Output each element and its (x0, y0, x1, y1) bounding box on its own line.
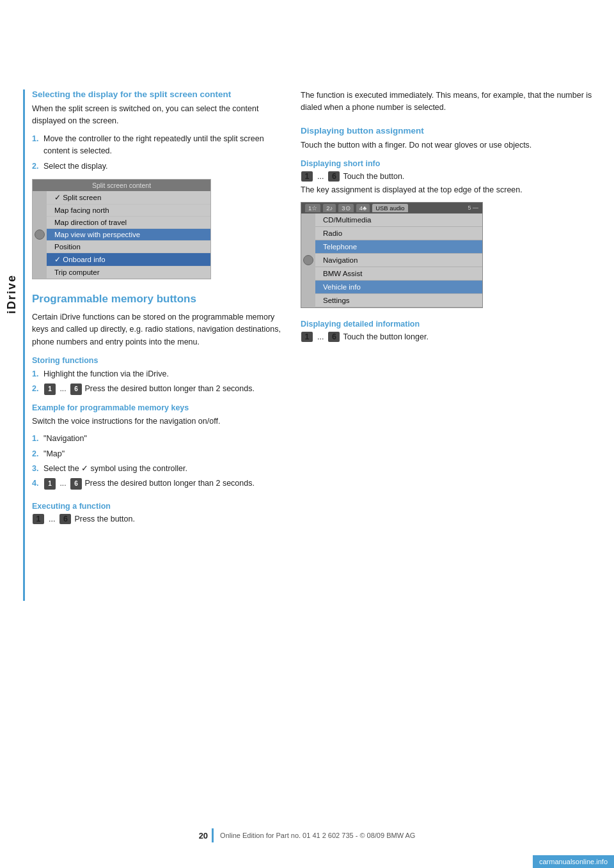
usb-titlebar: 1☆ 2♪ 3⊙ 4♣ USB audio 5 — (301, 203, 482, 213)
btn-badge-exec-6: 6 (59, 514, 71, 524)
btn-badge-detail-6: 6 (328, 332, 340, 342)
site-badge: carmanualsonline.info (533, 855, 614, 868)
right-column: The function is executed immediately. Th… (301, 89, 595, 527)
dots-ex-1: ... (59, 477, 66, 490)
screenshot-row-onboard: ✓ Onboard info (47, 253, 210, 267)
programmable-heading: Programmable memory buttons (32, 292, 281, 306)
short-info-row: 1 ... 6 Touch the button. (301, 171, 595, 182)
section-selecting-intro: When the split screen is switched on, yo… (32, 103, 281, 128)
section-button-assignment: Displaying button assignment Touch the b… (301, 126, 595, 342)
example-step-1: 1. "Navigation" (32, 433, 281, 445)
usb-row-cdmultimedia: CD/Multimedia (315, 213, 482, 227)
dots-exec: ... (49, 515, 55, 523)
screenshot-row-mapnorth: Map facing north (47, 205, 210, 217)
usb-ctrl-col (301, 213, 315, 307)
page-number-area: 20 Online Edition for Part no. 01 41 2 6… (0, 828, 614, 842)
usb-tab-3: 3⊙ (338, 204, 353, 212)
button-assignment-heading: Displaying button assignment (301, 126, 595, 136)
executing-heading: Executing a function (32, 502, 281, 511)
screenshot-panel: Split screen Map facing north Map direct… (33, 191, 210, 279)
short-info-section: Displaying short info 1 ... 6 Touch the … (301, 159, 595, 196)
usb-menu-panel: CD/Multimedia Radio Telephone Navigation… (301, 213, 482, 307)
right-intro-text: The function is executed immediately. Th… (301, 89, 595, 114)
sidebar: iDrive (0, 102, 23, 486)
usb-row-navigation: Navigation (315, 254, 482, 267)
example-step-3: 3. Select the ✓ symbol using the control… (32, 463, 281, 475)
usb-tab-2: 2♪ (323, 204, 336, 212)
detailed-info-row: 1 ... 6 Touch the button longer. (301, 332, 595, 342)
blue-accent-line (23, 89, 25, 601)
storing-steps: 1. Highlight the function via the iDrive… (32, 368, 281, 396)
example-step-2: 2. "Map" (32, 448, 281, 460)
example-intro: Switch the voice instructions for the na… (32, 415, 281, 428)
storing-heading: Storing functions (32, 356, 281, 365)
section-selecting-heading: Selecting the display for the split scre… (32, 89, 281, 99)
screenshot-row-mapdirection: Map direction of travel (47, 217, 210, 229)
usb-row-telephone: Telephone (315, 240, 482, 254)
content-area: Selecting the display for the split scre… (32, 89, 595, 527)
left-column: Selecting the display for the split scre… (32, 89, 281, 527)
btn-badge-6: 6 (70, 384, 82, 395)
short-info-heading: Displaying short info (301, 159, 595, 168)
page-blue-bar (212, 828, 214, 842)
screenshot-menu: Split screen Map facing north Map direct… (47, 191, 210, 279)
two-column-layout: Selecting the display for the split scre… (32, 89, 595, 527)
storing-functions: Storing functions 1. Highlight the funct… (32, 356, 281, 396)
screenshot-row-mapview: Map view with perspective (47, 229, 210, 241)
example-step-4: 4. 1 ... 6 Press the desired button long… (32, 477, 281, 490)
dots-detail: ... (317, 332, 324, 341)
btn-badge-detail-1: 1 (301, 332, 313, 342)
btn-badge-ex-1: 1 (44, 478, 56, 490)
detailed-info-section: Displaying detailed information 1 ... 6 … (301, 320, 595, 342)
example-steps: 1. "Navigation" 2. "Map" 3. Select the ✓… (32, 433, 281, 490)
btn-badge-short-6: 6 (328, 171, 340, 182)
dots-short: ... (317, 172, 324, 181)
usb-row-bmwassist: BMW Assist (315, 267, 482, 281)
screenshot-row-position: Position (47, 241, 210, 253)
short-info-desc: The key assignment is displayed at the t… (301, 184, 595, 196)
short-info-text: Touch the button. (343, 172, 404, 181)
usb-menu-col: CD/Multimedia Radio Telephone Navigation… (315, 213, 482, 307)
usb-tab-1: 1☆ (305, 204, 320, 212)
usb-tab-audio: USB audio (372, 204, 407, 212)
usb-row-vehicleinfo: Vehicle info (315, 281, 482, 294)
usb-controller-circle (303, 255, 313, 265)
selecting-step-2: 2. Select the display. (32, 160, 281, 173)
section-selecting-display: Selecting the display for the split scre… (32, 89, 281, 279)
usb-row-settings: Settings (315, 294, 482, 307)
footer-text: Online Edition for Part no. 01 41 2 602 … (220, 832, 415, 839)
usb-screenshot: 1☆ 2♪ 3⊙ 4♣ USB audio 5 — (301, 202, 483, 308)
storing-step-2: 2. 1 ... 6 Press the desired button long… (32, 383, 281, 395)
example-heading: Example for programmable memory keys (32, 403, 281, 412)
btn-badge-short-1: 1 (301, 171, 313, 182)
executing-row: 1 ... 6 Press the button. (32, 514, 281, 524)
executing-section: Executing a function 1 ... 6 Press the b… (32, 502, 281, 524)
screenshot-row-tripcomputer: Trip computer (47, 267, 210, 279)
detailed-info-heading: Displaying detailed information (301, 320, 595, 329)
sidebar-label: iDrive (5, 274, 19, 314)
programmable-intro: Certain iDrive functions can be stored o… (32, 311, 281, 348)
button-assignment-intro: Touch the button with a finger. Do not w… (301, 139, 595, 151)
controller-circle (35, 229, 45, 240)
usb-tab-4: 4♣ (356, 204, 370, 212)
storing-step-1: 1. Highlight the function via the iDrive… (32, 368, 281, 380)
detailed-info-text: Touch the button longer. (343, 332, 428, 341)
page-number: 20 (199, 831, 208, 841)
split-screen-screenshot: Split screen content Split screen Map fa… (32, 179, 211, 279)
usb-tab-5: 5 — (468, 205, 478, 211)
screenshot-row-splitscreen: Split screen (47, 191, 210, 205)
screenshot-titlebar: Split screen content (33, 180, 210, 191)
screenshot-ctrl-col (33, 191, 47, 279)
section-programmable: Programmable memory buttons Certain iDri… (32, 292, 281, 524)
btn-badge-ex-6: 6 (70, 478, 82, 490)
example-section: Example for programmable memory keys Swi… (32, 403, 281, 490)
page-footer: 20 Online Edition for Part no. 01 41 2 6… (0, 828, 614, 842)
selecting-step-1: 1. Move the controller to the right repe… (32, 133, 281, 158)
page-container: iDrive Selecting the display for the spl… (0, 0, 614, 868)
selecting-steps-list: 1. Move the controller to the right repe… (32, 133, 281, 173)
btn-badge-1: 1 (44, 384, 56, 395)
btn-badge-exec-1: 1 (33, 514, 44, 524)
dots-1: ... (59, 383, 66, 395)
executing-text: Press the button. (74, 515, 135, 523)
usb-row-radio: Radio (315, 227, 482, 240)
